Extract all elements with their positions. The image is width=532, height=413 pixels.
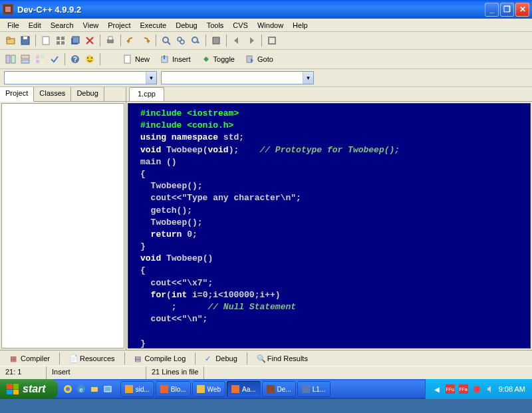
tool-replace-icon[interactable] — [174, 34, 188, 47]
menu-view[interactable]: View — [78, 20, 104, 31]
task-button[interactable]: Blo... — [156, 381, 191, 397]
tray-shield-icon[interactable] — [472, 384, 481, 394]
svg-point-19 — [192, 37, 198, 43]
bottom-tab-compiler[interactable]: ▦Compiler — [4, 352, 56, 365]
tool-about-icon[interactable] — [83, 53, 96, 66]
tool-newfile-icon[interactable] — [39, 34, 53, 47]
tool-open-icon[interactable] — [4, 34, 17, 47]
ql-ie-icon[interactable]: e — [75, 383, 87, 395]
svg-text:?: ? — [73, 56, 77, 63]
tool-panes3-icon[interactable] — [33, 53, 47, 66]
tool-help-icon[interactable]: ? — [68, 53, 82, 66]
svg-rect-12 — [72, 37, 79, 43]
ql-explorer-icon[interactable] — [88, 383, 100, 395]
system-tray: ◀ FFu FFa 9:08 AM — [425, 379, 532, 399]
bottom-tab-resources[interactable]: 📄Resources — [63, 352, 121, 365]
tool-grid-icon[interactable] — [54, 34, 67, 47]
close-button[interactable]: ✕ — [515, 3, 529, 17]
svg-point-18 — [180, 40, 184, 44]
tool-undo-icon[interactable] — [124, 34, 138, 47]
function-combo[interactable]: ▼ — [161, 71, 314, 84]
status-bar: 21: 1 Insert 21 Lines in file — [0, 366, 532, 379]
svg-rect-9 — [57, 41, 60, 45]
tray-app1-icon[interactable]: FFu — [446, 384, 455, 394]
tool-compile-icon[interactable] — [209, 34, 223, 47]
menu-execute[interactable]: Execute — [135, 20, 171, 31]
tool-saveall-icon[interactable] — [68, 34, 82, 47]
minimize-button[interactable]: _ — [485, 3, 499, 17]
task-button[interactable]: Aa... — [227, 381, 261, 397]
tool-save-icon[interactable] — [19, 34, 32, 47]
svg-rect-21 — [269, 37, 275, 44]
svg-rect-44 — [104, 386, 111, 392]
project-tree[interactable] — [1, 103, 124, 348]
insert-button[interactable]: Insert — [156, 52, 196, 67]
tool-panes1-icon[interactable] — [4, 53, 17, 66]
menu-tools[interactable]: Tools — [202, 20, 229, 31]
svg-rect-43 — [91, 387, 98, 392]
file-tabs: 1.cpp — [126, 87, 532, 102]
start-button[interactable]: start — [0, 379, 58, 399]
task-button[interactable]: De... — [262, 381, 296, 397]
file-tab[interactable]: 1.cpp — [129, 87, 164, 101]
left-tab-debug[interactable]: Debug — [71, 87, 104, 101]
svg-point-32 — [86, 55, 94, 63]
menu-debug[interactable]: Debug — [171, 20, 201, 31]
tray-volume-icon[interactable] — [485, 384, 495, 394]
tool-panes2-icon[interactable] — [19, 53, 32, 66]
taskbar-clock[interactable]: 9:08 AM — [499, 385, 525, 393]
svg-point-40 — [66, 387, 70, 391]
menu-help[interactable]: Help — [288, 20, 313, 31]
app-icon — [3, 4, 13, 15]
bottom-tab-compile-log[interactable]: ▤Compile Log — [128, 352, 192, 365]
new-button[interactable]: New — [118, 52, 154, 67]
svg-text:e: e — [79, 386, 82, 393]
tool-findnext-icon[interactable] — [189, 34, 202, 47]
left-tab-classes[interactable]: Classes — [34, 87, 71, 101]
tool-back-icon[interactable] — [230, 34, 243, 47]
tray-arrow-icon[interactable]: ◀ — [432, 384, 442, 394]
class-combo[interactable]: ▼ — [4, 71, 157, 84]
task-button[interactable]: sid... — [120, 381, 154, 397]
menu-window[interactable]: Window — [253, 20, 288, 31]
svg-rect-5 — [23, 37, 27, 39]
svg-rect-7 — [57, 37, 60, 40]
svg-rect-22 — [6, 55, 10, 63]
tool-check-icon[interactable] — [48, 53, 61, 66]
tool-find-icon[interactable] — [160, 34, 173, 47]
left-tab-project[interactable]: Project — [0, 87, 34, 102]
code-editor[interactable]: #include <iostream> #include <conio.h> u… — [128, 103, 531, 348]
start-label: start — [23, 383, 46, 395]
ql-chrome-icon[interactable] — [62, 383, 74, 395]
tray-app2-icon[interactable]: FFa — [459, 384, 468, 394]
svg-point-33 — [87, 57, 88, 59]
tool-forward-icon[interactable] — [245, 34, 258, 47]
new-label: New — [135, 55, 150, 63]
bottom-tab-debug[interactable]: ✓Debug — [199, 352, 243, 365]
toggle-button[interactable]: Toggle — [197, 52, 239, 67]
tool-box-icon[interactable] — [265, 34, 279, 47]
bottom-tab-find-results[interactable]: 🔍Find Results — [251, 352, 314, 365]
menu-search[interactable]: Search — [46, 20, 78, 31]
svg-rect-23 — [11, 55, 15, 63]
svg-rect-24 — [21, 55, 29, 59]
goto-button[interactable]: Goto — [241, 52, 278, 67]
menu-project[interactable]: Project — [103, 20, 135, 31]
task-button[interactable]: Web — [192, 381, 225, 397]
ql-desktop-icon[interactable] — [102, 383, 114, 395]
menu-cvs[interactable]: CVS — [228, 20, 253, 31]
tool-remove-icon[interactable] — [83, 34, 96, 47]
tool-print-icon[interactable] — [104, 34, 117, 47]
svg-rect-3 — [7, 37, 10, 39]
task-button[interactable]: L1... — [297, 381, 331, 397]
svg-rect-26 — [36, 55, 39, 59]
main-area: ProjectClassesDebug 1.cpp #include <iost… — [0, 87, 532, 350]
combo-row: ▼ ▼ — [0, 69, 532, 87]
menu-edit[interactable]: Edit — [24, 20, 46, 31]
svg-rect-25 — [21, 60, 29, 63]
menu-file[interactable]: File — [3, 20, 24, 31]
chevron-down-icon: ▼ — [303, 72, 313, 84]
maximize-button[interactable]: ❐ — [500, 3, 514, 17]
status-position: 21: 1 — [0, 366, 47, 379]
tool-redo-icon[interactable] — [139, 34, 152, 47]
